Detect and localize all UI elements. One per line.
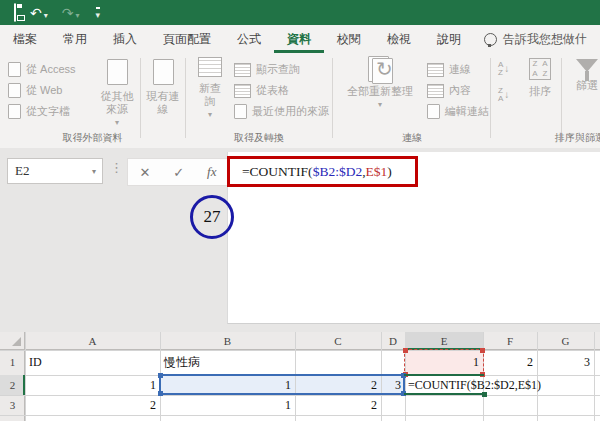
cell-B3[interactable]: 1 (160, 395, 291, 415)
recent-sources-button: 最近使用的來源 (234, 101, 329, 122)
tab-insert[interactable]: 插入 (100, 25, 150, 53)
tab-view[interactable]: 檢視 (374, 25, 424, 53)
formula-buttons: ✕ ✓ fx (127, 158, 229, 186)
formula-bar-zone: E2 ▾ ⋮ ✕ ✓ fx =COUNTIF($B2:$D2,E$1) 27 (0, 148, 600, 332)
tab-file[interactable]: 檔案 (0, 25, 50, 53)
undo-dropdown-icon[interactable]: ▾ (44, 11, 48, 20)
excel-window: ↶▾ ↷▾ ▾ 檔案 常用 插入 頁面配置 公式 資料 校閱 檢視 說明 告訴我… (0, 0, 600, 421)
cell-B1[interactable]: 慢性病 (164, 350, 200, 375)
cell-G1[interactable]: 3 (537, 350, 590, 375)
quick-access-toolbar: ↶▾ ↷▾ ▾ (14, 4, 100, 22)
group-label-get-and-transform: 取得及轉換 (188, 131, 330, 145)
group-get-and-transform: 新查 詢 ▾ 顯示查詢 從表格 最近使用的來源 取得及轉換 (188, 53, 330, 148)
refresh-all-button: ↻ 全部重新整理 ▾ (343, 56, 417, 111)
ribbon-tab-bar: 檔案 常用 插入 頁面配置 公式 資料 校閱 檢視 說明 告訴我您想做什 (0, 25, 600, 53)
from-table-button: 從表格 (234, 80, 329, 101)
tab-page-layout[interactable]: 頁面配置 (150, 25, 224, 53)
ribbon: 從 Access 從 Web 從文字檔 從其他 來源 ▾ 現有連線 取得外部資料… (0, 53, 600, 149)
cancel-button[interactable]: ✕ (139, 165, 150, 180)
sort-desc-button[interactable]: ZA↓ (498, 87, 509, 103)
reference-border-B2-D2 (159, 374, 405, 395)
col-header-D[interactable]: D (381, 332, 405, 350)
save-icon (14, 3, 16, 22)
connections-button: 連線 (427, 59, 489, 80)
web-file-icon (8, 83, 21, 98)
fill-handle[interactable] (482, 392, 487, 397)
row-header-2[interactable]: 2 (0, 375, 25, 395)
access-file-icon (8, 62, 21, 77)
tab-help[interactable]: 說明 (424, 25, 474, 53)
customize-qat-button[interactable]: ▾ (94, 4, 101, 22)
name-box[interactable]: E2 ▾ (7, 158, 103, 184)
formula-ref-red: E$1 (366, 164, 388, 179)
annotation-red-box: =COUNTIF($B2:$D2,E$1) (227, 156, 418, 187)
recent-sources-icon (234, 104, 247, 119)
tab-formulas[interactable]: 公式 (224, 25, 274, 53)
active-cell-border-E2 (404, 374, 484, 395)
cell-F1[interactable]: 2 (483, 350, 533, 375)
other-sources-icon (107, 59, 128, 85)
show-queries-icon (234, 63, 251, 77)
sort-icon: ZAAZ (529, 58, 551, 80)
filter-button: 篩選 (567, 59, 600, 92)
properties-icon (427, 84, 444, 98)
new-query-icon (198, 57, 222, 77)
sort-asc-button[interactable]: AZ↓ (498, 61, 509, 77)
tab-review[interactable]: 校閱 (324, 25, 374, 53)
cell-C3[interactable]: 2 (295, 395, 377, 415)
edit-links-icon (427, 104, 440, 119)
enter-button[interactable]: ✓ (173, 165, 184, 180)
col-header-E[interactable]: E (405, 332, 483, 350)
insert-function-button[interactable]: fx (207, 164, 216, 180)
select-all-corner[interactable] (0, 332, 25, 350)
cell-A1[interactable]: ID (29, 350, 42, 375)
text-file-icon (8, 104, 21, 119)
group-label-connections: 連線 (335, 131, 489, 145)
cell-A3[interactable]: 2 (25, 395, 156, 415)
row-header-1[interactable]: 1 (0, 350, 25, 375)
col-header-B[interactable]: B (160, 332, 295, 350)
step-number: 27 (204, 207, 221, 227)
filter-funnel-icon (576, 59, 598, 72)
col-header-F[interactable]: F (483, 332, 537, 350)
row-header-3[interactable]: 3 (0, 395, 25, 415)
existing-connections-button: 現有連線 (143, 59, 183, 116)
from-web-button: 從 Web (8, 80, 76, 101)
from-other-sources-button: 從其他 來源 ▾ (96, 59, 138, 129)
tab-data[interactable]: 資料 (274, 25, 324, 53)
name-box-value: E2 (15, 163, 29, 179)
group-get-external-data: 從 Access 從 Web 從文字檔 從其他 來源 ▾ 現有連線 取得外部資料 (0, 53, 185, 148)
redo-icon: ↷ (62, 5, 74, 21)
connections-icon (427, 63, 444, 77)
formula-ref-blue: $B2:$D2 (313, 164, 363, 179)
formula-input[interactable]: =COUNTIF($B2:$D2,E$1) (230, 164, 392, 180)
tell-me-box[interactable]: 告訴我您想做什 (484, 25, 587, 53)
tab-home[interactable]: 常用 (50, 25, 100, 53)
group-label-get-external-data: 取得外部資料 (0, 131, 185, 145)
customize-qat-icon: ▾ (96, 7, 101, 20)
cell-A2[interactable]: 1 (25, 375, 156, 395)
formula-text: =COUNTIF( (242, 164, 313, 179)
col-header-C[interactable]: C (295, 332, 381, 350)
worksheet-grid: A B C D E F G 1 2 3 ID 慢性病 1 2 3 1 1 2 3… (0, 332, 600, 421)
title-bar: ↶▾ ↷▾ ▾ (0, 0, 600, 25)
reference-border-E1 (404, 349, 484, 376)
tell-me-label: 告訴我您想做什 (503, 31, 587, 48)
col-header-G[interactable]: G (537, 332, 594, 350)
redo-button: ↷▾ (62, 4, 80, 22)
properties-button: 內容 (427, 80, 489, 101)
group-connections: ↻ 全部重新整理 ▾ 連線 內容 編輯連結 連線 (335, 53, 489, 148)
formula-bar-separator: ⋮ (110, 160, 123, 175)
show-queries-button: 顯示查詢 (234, 59, 329, 80)
save-button[interactable] (14, 4, 16, 22)
name-box-dropdown-icon[interactable]: ▾ (92, 167, 96, 176)
group-label-sort-filter: 排序與篩選 (555, 131, 600, 145)
col-header-A[interactable]: A (25, 332, 160, 350)
sort-button: ZAAZ 排序 (523, 58, 557, 98)
from-text-button: 從文字檔 (8, 101, 76, 122)
from-table-icon (234, 84, 251, 98)
formula-close-paren: ) (387, 164, 392, 179)
from-access-button: 從 Access (8, 59, 76, 80)
existing-connections-icon (153, 59, 174, 85)
undo-button[interactable]: ↶▾ (30, 4, 48, 22)
